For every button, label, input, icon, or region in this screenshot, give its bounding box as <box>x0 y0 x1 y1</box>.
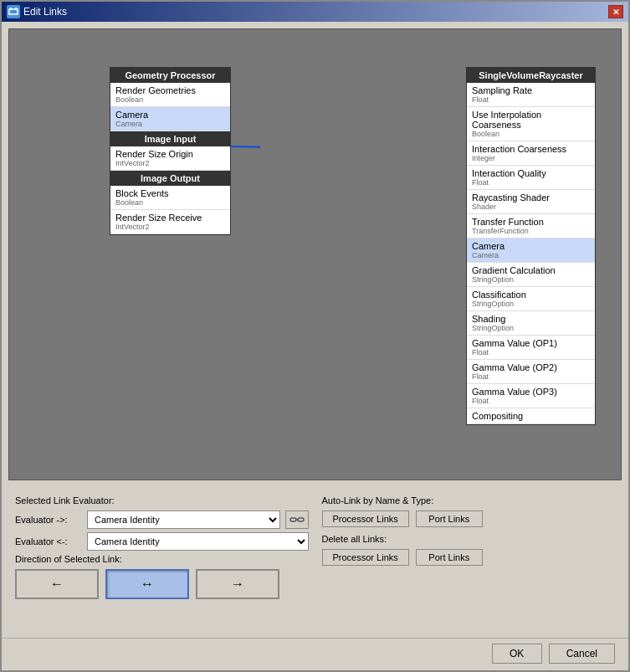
direction-section: Direction of Selected Link: ← ↔ → <box>15 554 309 599</box>
selected-link-label: Selected Link Evaluator: <box>15 495 309 505</box>
canvas-area: Geometry Processor Render Geometries Boo… <box>8 28 622 480</box>
close-button[interactable]: ✕ <box>608 5 623 18</box>
list-item[interactable]: Raycasting Shader Shader <box>467 190 595 214</box>
geo-processor-panel: Geometry Processor Render Geometries Boo… <box>110 67 231 235</box>
svg-rect-5 <box>298 518 304 521</box>
image-output-header: Image Output <box>110 171 230 186</box>
list-item[interactable]: Render Geometries Boolean <box>110 83 230 107</box>
processor-links-auto-button[interactable]: Processor Links <box>322 510 409 527</box>
window-title: Edit Links <box>23 6 67 18</box>
svr-panel: SingleVolumeRaycaster Sampling Rate Floa… <box>466 67 596 425</box>
direction-left-button[interactable]: ← <box>15 569 99 599</box>
list-item[interactable]: Gamma Value (OP2) Float <box>467 360 595 384</box>
app-icon <box>7 5 20 18</box>
controls-right: Auto-Link by Name & Type: Processor Link… <box>322 495 616 599</box>
list-item[interactable]: Render Size Origin IntVector2 <box>110 146 230 171</box>
auto-link-section: Auto-Link by Name & Type: Processor Link… <box>322 495 616 527</box>
list-item[interactable]: Gamma Value (OP3) Float <box>467 384 595 408</box>
ok-button[interactable]: OK <box>492 644 542 664</box>
image-input-header: Image Input <box>110 131 230 146</box>
list-item[interactable]: Camera Camera <box>467 239 595 263</box>
direction-right-button[interactable]: → <box>196 569 279 599</box>
evaluator-forward-label: Evaluator ->: <box>15 515 82 525</box>
port-links-delete-button[interactable]: Port Links <box>416 549 483 566</box>
list-item[interactable]: Sampling Rate Float <box>467 83 595 107</box>
controls-area: Selected Link Evaluator: Evaluator ->: C… <box>2 487 628 638</box>
controls-main-row: Selected Link Evaluator: Evaluator ->: C… <box>15 495 615 599</box>
list-item[interactable]: Classification StringOption <box>467 287 595 311</box>
auto-link-label: Auto-Link by Name & Type: <box>322 495 616 505</box>
direction-label: Direction of Selected Link: <box>15 554 309 564</box>
direction-both-button[interactable]: ↔ <box>105 569 189 599</box>
geo-panel-header: Geometry Processor <box>110 68 230 83</box>
evaluator-forward-select[interactable]: Camera Identity Default None <box>87 510 280 529</box>
svr-panel-header: SingleVolumeRaycaster <box>467 68 595 83</box>
evaluator-backward-row: Evaluator <-: Camera Identity Default No… <box>15 532 309 551</box>
list-item[interactable]: Camera Camera <box>110 107 230 131</box>
list-item[interactable]: Block Events Boolean <box>110 186 230 210</box>
title-bar: Edit Links ✕ <box>2 2 628 22</box>
main-window: Edit Links ✕ Geometry Processor Render G… <box>0 0 630 672</box>
delete-buttons: Processor Links Port Links <box>322 549 616 566</box>
delete-section: Delete all Links: Processor Links Port L… <box>322 534 616 566</box>
processor-links-delete-button[interactable]: Processor Links <box>322 549 409 566</box>
bottom-buttons: OK Cancel <box>2 638 628 670</box>
list-item[interactable]: Gamma Value (OP1) Float <box>467 336 595 360</box>
direction-buttons: ← ↔ → <box>15 569 309 599</box>
evaluator-backward-select[interactable]: Camera Identity Default None <box>87 532 309 551</box>
cancel-button[interactable]: Cancel <box>549 644 615 664</box>
svg-rect-4 <box>290 518 296 521</box>
auto-link-buttons: Processor Links Port Links <box>322 510 616 527</box>
list-item[interactable]: Interaction Quality Float <box>467 166 595 190</box>
evaluator-backward-label: Evaluator <-: <box>15 536 82 546</box>
list-item[interactable]: Shading StringOption <box>467 311 595 336</box>
evaluator-forward-row: Evaluator ->: Camera Identity Default No… <box>15 510 309 529</box>
delete-all-label: Delete all Links: <box>322 534 616 544</box>
link-icon-button[interactable] <box>285 510 309 529</box>
port-links-auto-button[interactable]: Port Links <box>416 510 483 527</box>
list-item[interactable]: Transfer Function TransferFunction <box>467 214 595 239</box>
list-item[interactable]: Render Size Receive IntVector2 <box>110 210 230 234</box>
controls-left: Selected Link Evaluator: Evaluator ->: C… <box>15 495 309 599</box>
list-item[interactable]: Interaction Coarseness Integer <box>467 141 595 166</box>
list-item[interactable]: Use Interpolation Coarseness Boolean <box>467 107 595 141</box>
list-item[interactable]: Gradient Calculation StringOption <box>467 263 595 287</box>
list-item[interactable]: Compositing <box>467 408 595 424</box>
